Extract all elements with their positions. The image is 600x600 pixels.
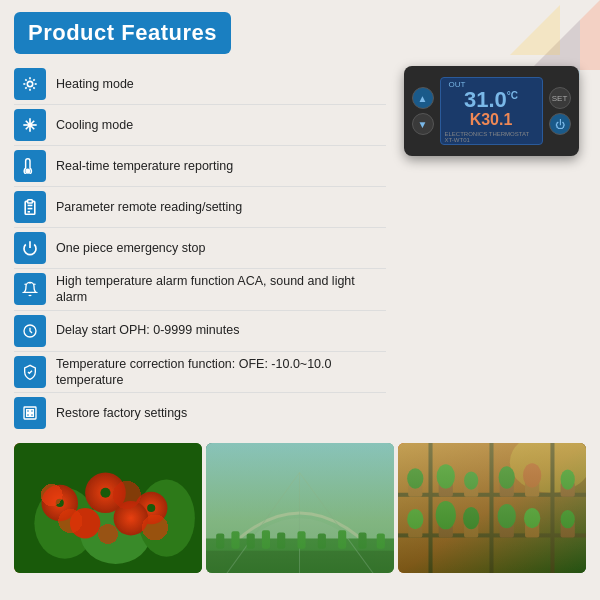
device-area: ▲ ▼ OUT 31.0°C K30.1 ELECTRONICS THERMOS… — [396, 64, 586, 433]
svg-point-59 — [510, 443, 586, 493]
svg-point-33 — [138, 480, 195, 557]
out-label: OUT — [449, 80, 466, 89]
feature-alarm: High temperature alarm function ACA, sou… — [14, 269, 386, 311]
svg-point-35 — [85, 472, 126, 513]
svg-line-5 — [25, 79, 26, 80]
svg-rect-62 — [428, 443, 432, 573]
cooling-icon — [14, 109, 46, 141]
photo-gallery — [14, 443, 586, 573]
svg-point-74 — [523, 463, 541, 487]
feature-heating: Heating mode — [14, 64, 386, 105]
svg-rect-75 — [561, 483, 575, 497]
set-button[interactable]: SET — [549, 87, 571, 109]
power-icon — [14, 232, 46, 264]
svg-rect-53 — [297, 531, 305, 548]
svg-rect-30 — [14, 443, 202, 573]
greenhouse-photo — [206, 443, 394, 573]
clipboard-icon — [14, 191, 46, 223]
svg-rect-85 — [525, 521, 539, 537]
temp2-display: K30.1 — [470, 111, 513, 129]
svg-line-46 — [299, 472, 373, 573]
svg-point-68 — [437, 464, 455, 488]
temp-unit: °C — [507, 91, 518, 101]
svg-rect-54 — [318, 533, 326, 548]
power-button[interactable]: ⏻ — [549, 113, 571, 135]
svg-line-45 — [226, 472, 299, 573]
svg-point-88 — [561, 510, 575, 528]
temperature-display: 31.0°C — [464, 89, 518, 111]
temp1-value: 31 — [464, 89, 488, 111]
svg-line-8 — [33, 79, 34, 80]
svg-rect-52 — [277, 532, 285, 548]
svg-rect-43 — [206, 544, 394, 573]
svg-point-78 — [407, 509, 423, 529]
svg-line-6 — [33, 87, 34, 88]
factory-icon — [14, 397, 46, 429]
svg-rect-57 — [377, 533, 385, 548]
svg-rect-77 — [408, 521, 422, 537]
temp1-decimal: .0 — [488, 89, 506, 111]
svg-point-40 — [100, 488, 110, 498]
features-list: Heating mode Cooling mode — [14, 64, 386, 433]
heating-text: Heating mode — [56, 76, 134, 92]
svg-point-31 — [34, 488, 95, 559]
up-button[interactable]: ▲ — [412, 87, 434, 109]
clock-icon — [14, 315, 46, 347]
feature-param: Parameter remote reading/setting — [14, 187, 386, 228]
nursery-photo — [398, 443, 586, 573]
svg-rect-83 — [500, 519, 514, 537]
svg-point-38 — [114, 501, 149, 536]
svg-rect-44 — [206, 538, 394, 550]
svg-rect-55 — [338, 530, 346, 548]
svg-rect-60 — [398, 493, 586, 497]
device-label: ELECTRONICS THERMOSTAT XT-WT01 — [445, 131, 538, 143]
feature-delay: Delay start OPH: 0-9999 minutes — [14, 311, 386, 352]
svg-point-41 — [147, 504, 155, 512]
svg-rect-71 — [500, 481, 514, 497]
heating-icon — [14, 68, 46, 100]
svg-point-72 — [499, 466, 515, 488]
product-features-title-bar: Product Features — [14, 12, 231, 54]
correction-text: Temperature correction function: OFE: -1… — [56, 356, 386, 389]
tomatoes-photo — [14, 443, 202, 573]
svg-point-32 — [80, 503, 151, 564]
svg-rect-56 — [358, 532, 366, 548]
svg-rect-61 — [398, 533, 586, 537]
svg-point-39 — [56, 499, 64, 507]
svg-line-22 — [25, 284, 26, 285]
svg-rect-28 — [27, 414, 30, 417]
svg-point-84 — [498, 504, 516, 528]
svg-point-82 — [463, 507, 479, 529]
feature-emergency: One piece emergency stop — [14, 228, 386, 269]
feature-correction: Temperature correction function: OFE: -1… — [14, 352, 386, 394]
svg-line-7 — [25, 87, 26, 88]
feature-factory: Restore factory settings — [14, 393, 386, 433]
svg-rect-51 — [262, 530, 270, 548]
alarm-text: High temperature alarm function ACA, sou… — [56, 273, 386, 306]
svg-point-66 — [407, 468, 423, 488]
svg-point-34 — [41, 485, 78, 522]
thermostat-screen: OUT 31.0°C K30.1 ELECTRONICS THERMOSTAT … — [440, 77, 543, 145]
svg-rect-67 — [439, 481, 453, 497]
svg-point-37 — [70, 508, 100, 538]
svg-rect-69 — [464, 483, 478, 497]
alarm-icon — [14, 273, 46, 305]
svg-rect-26 — [27, 410, 30, 413]
down-button[interactable]: ▼ — [412, 113, 434, 135]
delay-text: Delay start OPH: 0-9999 minutes — [56, 322, 239, 338]
temp-report-text: Real-time temperature reporting — [56, 158, 233, 174]
page-title: Product Features — [28, 20, 217, 46]
svg-rect-81 — [464, 521, 478, 537]
svg-rect-79 — [439, 519, 453, 537]
svg-point-0 — [27, 81, 32, 86]
svg-rect-73 — [525, 479, 539, 497]
right-buttons: SET ⏻ — [549, 87, 571, 135]
svg-rect-27 — [31, 410, 34, 413]
param-text: Parameter remote reading/setting — [56, 199, 242, 215]
svg-point-70 — [464, 471, 478, 489]
svg-point-76 — [561, 469, 575, 489]
svg-point-80 — [436, 501, 456, 529]
svg-point-36 — [135, 492, 168, 525]
svg-rect-87 — [561, 521, 575, 537]
cooling-text: Cooling mode — [56, 117, 133, 133]
